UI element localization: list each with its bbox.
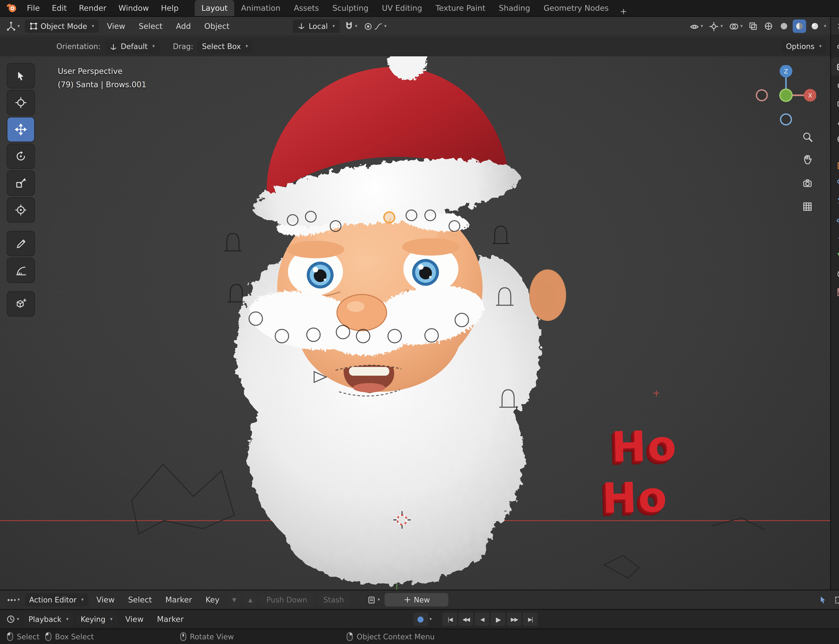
layer-up-button[interactable]: ▴ xyxy=(243,593,257,606)
shading-solid-button[interactable] xyxy=(778,20,791,33)
timeline-menu-marker[interactable]: Marker xyxy=(152,610,189,629)
workspace-tab-assets[interactable]: Assets xyxy=(287,0,326,16)
menu-file[interactable]: File xyxy=(21,0,45,16)
properties-editor-type-button[interactable]: ▾ xyxy=(835,19,839,33)
shading-material-button[interactable] xyxy=(793,20,806,33)
tab-world-properties[interactable] xyxy=(831,130,839,148)
tool-transform[interactable] xyxy=(7,197,35,223)
tool-scale[interactable] xyxy=(7,170,35,196)
dopesheet-menu-key[interactable]: Key xyxy=(200,590,225,609)
selected-brow-control[interactable] xyxy=(384,212,395,223)
menu-edit[interactable]: Edit xyxy=(46,0,72,16)
workspace-tab-layout[interactable]: Layout xyxy=(195,0,234,16)
workspace-tab-geometry-nodes[interactable]: Geometry Nodes xyxy=(537,0,615,16)
mode-dropdown[interactable]: Object Mode▾ xyxy=(25,20,99,33)
pan-view-button[interactable] xyxy=(800,151,816,167)
visibility-dropdown[interactable]: ▾ xyxy=(687,20,705,33)
tab-particle-properties[interactable] xyxy=(831,192,839,211)
tab-output-properties[interactable] xyxy=(831,76,839,94)
tab-render-properties[interactable] xyxy=(831,58,839,76)
tab-modifier-properties[interactable] xyxy=(831,174,839,192)
tool-measure[interactable] xyxy=(7,258,35,283)
viewport-menu-add[interactable]: Add xyxy=(171,17,196,36)
dopesheet-menu-view[interactable]: View xyxy=(91,590,120,609)
editor-type-button[interactable]: ▾ xyxy=(4,20,22,33)
camera-view-button[interactable] xyxy=(800,175,816,191)
falloff-curve-icon xyxy=(374,22,383,31)
jump-to-end-button[interactable]: ▶| xyxy=(523,613,538,626)
tool-annotate[interactable] xyxy=(7,231,35,256)
tab-physics-properties[interactable] xyxy=(831,211,839,229)
prev-keyframe-button[interactable]: ◀◀ xyxy=(459,613,473,626)
xray-icon xyxy=(749,21,758,31)
tool-cursor[interactable] xyxy=(7,90,35,115)
options-dropdown[interactable]: Options▾ xyxy=(781,40,826,53)
toggle-perspective-button[interactable] xyxy=(800,199,816,215)
shading-wireframe-button[interactable] xyxy=(762,20,776,33)
workspace-tab-animation[interactable]: Animation xyxy=(234,0,287,16)
push-down-button[interactable]: Push Down xyxy=(260,593,314,606)
menu-render[interactable]: Render xyxy=(74,0,112,16)
xray-toggle[interactable] xyxy=(747,20,760,33)
auto-key-button[interactable] xyxy=(413,613,428,626)
tab-scene-properties[interactable] xyxy=(831,112,839,130)
tab-object-properties[interactable] xyxy=(831,156,839,174)
layer-down-button[interactable]: ▾ xyxy=(227,593,241,606)
menu-window[interactable]: Window xyxy=(113,0,154,16)
tool-rotate[interactable] xyxy=(7,143,35,169)
next-keyframe-button[interactable]: ▶▶ xyxy=(507,613,521,626)
drag-dropdown[interactable]: Select Box▾ xyxy=(197,40,253,53)
play-button[interactable]: ▶ xyxy=(491,613,505,626)
shading-dropdown-icon[interactable]: ▾ xyxy=(824,24,826,28)
mouse-right-icon xyxy=(347,632,354,641)
overlays-dropdown[interactable]: ▾ xyxy=(727,20,745,33)
dopesheet-menu-marker[interactable]: Marker xyxy=(160,590,197,609)
tab-constraint-properties[interactable] xyxy=(831,229,839,247)
viewport-menu-view[interactable]: View xyxy=(102,17,130,36)
timeline-menu-view[interactable]: View xyxy=(120,610,149,629)
browse-action-button[interactable]: ▾ xyxy=(365,593,382,606)
viewport-menu-select[interactable]: Select xyxy=(133,17,168,36)
viewport-canvas[interactable]: Ho Ho User Perspective (79) Santa | Brow… xyxy=(0,56,830,590)
gizmos-dropdown[interactable]: ▾ xyxy=(707,20,725,33)
tool-select-box[interactable] xyxy=(7,63,35,89)
tab-texture-properties[interactable] xyxy=(831,283,839,301)
dopesheet-menu-select[interactable]: Select xyxy=(123,590,157,609)
workspace-tab-texture-paint[interactable]: Texture Paint xyxy=(429,0,492,16)
tool-add-cube[interactable] xyxy=(7,291,35,317)
keying-dropdown[interactable]: Keying▾ xyxy=(76,613,117,626)
keying-set-dropdown-icon[interactable]: ▾ xyxy=(429,617,432,621)
new-action-button[interactable]: New xyxy=(385,593,448,606)
tool-move[interactable] xyxy=(7,117,35,142)
tab-tool-properties[interactable] xyxy=(831,39,839,58)
stash-button[interactable]: Stash xyxy=(317,593,351,606)
tab-data-properties[interactable] xyxy=(831,247,839,265)
playback-dropdown[interactable]: Playback▾ xyxy=(24,613,73,626)
prev-frame-button[interactable]: ◀ xyxy=(475,613,489,626)
transform-orientation-dropdown[interactable]: Local▾ xyxy=(293,20,339,33)
viewport-menu-object[interactable]: Object xyxy=(199,17,235,36)
orientation-dropdown[interactable]: Default▾ xyxy=(105,40,160,53)
add-workspace-button[interactable]: + xyxy=(615,7,632,16)
shading-rendered-button[interactable] xyxy=(808,20,822,33)
blender-logo-icon[interactable] xyxy=(5,1,18,15)
zoom-view-button[interactable] xyxy=(800,129,816,145)
workspace-tab-uv-editing[interactable]: UV Editing xyxy=(375,0,429,16)
gizmo-x-neg-axis[interactable] xyxy=(757,90,767,100)
show-hidden-toggle[interactable] xyxy=(832,593,839,606)
workspace-tab-sculpting[interactable]: Sculpting xyxy=(326,0,375,16)
tab-viewlayer-properties[interactable] xyxy=(831,94,839,112)
tab-material-properties[interactable] xyxy=(831,265,839,283)
workspace-tab-shading[interactable]: Shading xyxy=(492,0,537,16)
dopesheet-mode-dropdown[interactable]: Action Editor▾ xyxy=(25,593,88,606)
snap-button[interactable]: ▾ xyxy=(342,20,359,33)
navigation-gizmo[interactable]: Z X xyxy=(756,65,816,125)
jump-to-start-button[interactable]: |◀ xyxy=(443,613,457,626)
menu-help[interactable]: Help xyxy=(156,0,184,16)
gizmo-z-neg-axis[interactable] xyxy=(781,114,791,125)
timeline-editor-type-button[interactable]: ▾ xyxy=(4,613,21,626)
dopesheet-editor-type-button[interactable]: ▾ xyxy=(4,593,22,606)
proportional-editing-button[interactable]: ▾ xyxy=(362,20,388,33)
only-selected-toggle[interactable] xyxy=(816,593,829,606)
gizmo-y-axis[interactable] xyxy=(780,89,792,101)
